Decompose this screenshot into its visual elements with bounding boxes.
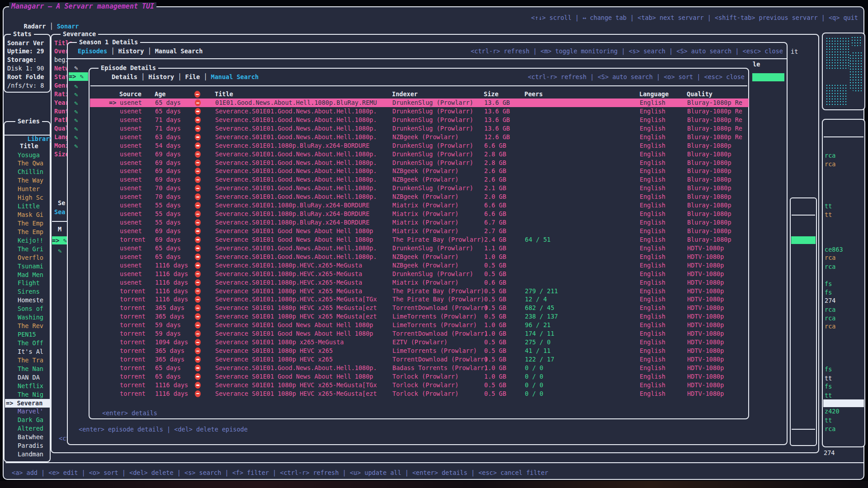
series-list-item[interactable]: PEN15 [18, 330, 36, 339]
series-list-item[interactable]: The Nig [18, 390, 43, 399]
series-list-item[interactable]: Netflix [18, 382, 43, 390]
series-list-item[interactable]: The Way [18, 176, 43, 185]
search-result-row[interactable]: usenet69 daysSeverance.S01E01.Good.News.… [90, 175, 749, 184]
cell-quality: HDTV-1080p [687, 287, 724, 296]
search-result-row[interactable]: usenet65 daysSeverance.S01E01.Good.News.… [90, 244, 749, 253]
search-result-row[interactable]: torrent1116 daysSeverance S01E01 1080p H… [90, 381, 749, 389]
search-result-row[interactable]: usenet70 daysSeverance.S01E01.Good.News.… [90, 184, 749, 192]
series-list-item[interactable]: Hunter [18, 185, 40, 193]
search-result-row[interactable]: torrent1116 daysSeverance.S01E01.1080p.H… [90, 295, 749, 304]
selected-season-row-clip[interactable]: => ✎ [52, 236, 68, 244]
series-list-item-selected[interactable]: => Severan [5, 399, 50, 408]
series-list-item[interactable]: Homeste [18, 296, 43, 305]
search-result-row[interactable]: usenet1116 daysSeverance.S01E01.1080p.HE… [90, 278, 749, 287]
series-list-item[interactable]: Paradis [18, 441, 43, 450]
monitored-icon[interactable]: ✎ [74, 99, 78, 108]
monitored-icon[interactable]: ✎ [74, 116, 78, 125]
series-list-item[interactable]: Washing [18, 313, 43, 322]
monitored-icon[interactable]: ✎ [74, 108, 78, 116]
search-result-row[interactable]: torrent365 daysSeverance S01E01 1080p HE… [90, 347, 749, 355]
search-result-row[interactable]: torrent69 daysSeverance S01E01 Good News… [90, 235, 749, 244]
series-list-item[interactable]: The Off [18, 339, 43, 347]
search-result-row[interactable]: usenet69 daysSeverance.S01E01.Good.News.… [90, 167, 749, 175]
series-list-item[interactable]: DAN DA [18, 373, 40, 382]
search-result-row[interactable]: usenet55 daysSeverance.S01E01.1080p.BluR… [90, 218, 749, 227]
search-result-row[interactable]: torrent1094 daysSeverance S01E01 1080p x… [90, 338, 749, 347]
search-result-row[interactable]: usenet1116 daysSeverance.S01E01.1080p.HE… [90, 261, 749, 270]
series-list-item[interactable]: The Rev [18, 322, 43, 330]
tab-library[interactable]: Library [28, 135, 53, 142]
tab-sonarr[interactable]: Sonarr [57, 23, 79, 30]
search-result-row[interactable]: usenet69 daysSeverance.S01E01.Good.News.… [90, 150, 749, 159]
series-list-item[interactable]: Yosuga [18, 151, 40, 160]
search-result-row[interactable]: usenet65 daysSeverance.S01E01.Good.News.… [90, 253, 749, 261]
search-result-row[interactable]: usenet71 daysSeverance.S01E01.Good.News.… [90, 124, 749, 133]
series-list-item[interactable]: Marvel' [18, 407, 43, 416]
monitored-icon[interactable]: ✎ [74, 90, 78, 99]
search-result-row[interactable]: usenet55 daysSeverance.S01E01.1080p.BluR… [90, 201, 749, 210]
monitored-icon[interactable]: ✎ [74, 82, 78, 91]
series-list-item[interactable]: Landman [18, 450, 43, 459]
search-result-row[interactable]: torrent59 daysSeverance S01E01 Good News… [90, 329, 749, 338]
series-list-item[interactable]: Overflo [18, 253, 43, 262]
tab-manual-search[interactable]: Manual Search [211, 73, 259, 80]
search-result-row[interactable]: usenet54 daysSeverance.S01E01.1080p.BluR… [90, 141, 749, 150]
series-list-item[interactable]: The Emp [18, 228, 43, 236]
stats-row: Uptime: 29 [7, 47, 44, 56]
search-result-row[interactable]: usenet69 daysSeverance S01E01 Good News … [90, 227, 749, 235]
search-result-row[interactable]: torrent365 daysSeverance S01E01 1080p HE… [90, 304, 749, 312]
monitored-icon[interactable]: ✎ [74, 125, 78, 133]
search-result-row[interactable]: torrent59 daysSeverance S01E01 Good News… [90, 321, 749, 329]
series-list-item[interactable]: Flight [18, 279, 40, 287]
series-list-item[interactable]: Sirens [18, 287, 40, 296]
tab-manual-search[interactable]: Manual Search [155, 47, 203, 55]
search-result-row[interactable]: torrent1116 daysSeverance S01E01 1080p H… [90, 287, 749, 296]
search-result-row[interactable]: usenet55 daysSeverance.S01E01.1080p.BluR… [90, 210, 749, 218]
series-list-item[interactable]: The Nan [18, 365, 43, 373]
tab-history[interactable]: History [118, 47, 144, 55]
series-list-item[interactable]: The Gri [18, 245, 43, 253]
series-list-item[interactable]: Mad Men [18, 271, 43, 279]
search-result-row[interactable]: usenet69 daysSeverance.S01E01.Good.News.… [90, 159, 749, 167]
search-result-row-selected[interactable]: =>usenet65 days01E01.Good.News.About.Hel… [90, 99, 749, 107]
series-list-item[interactable]: It's Al [18, 347, 43, 356]
series-list-item[interactable]: High Sc [18, 193, 43, 202]
series-list-item[interactable]: Mask Gi [18, 211, 43, 219]
series-list-item[interactable]: Sons of [18, 305, 43, 313]
tab-history[interactable]: History [148, 73, 174, 80]
series-list-item[interactable]: Dark Ga [18, 416, 43, 424]
search-result-row[interactable]: usenet70 daysSeverance.S01E01.Good.News.… [90, 192, 749, 201]
monitored-icon[interactable]: ✎ [74, 142, 78, 150]
series-list-item[interactable]: Altered [18, 424, 43, 433]
series-list-item[interactable]: Keijo!! [18, 236, 43, 245]
search-result-row[interactable]: usenet71 daysSeverance.S01E01.Good.News.… [90, 116, 749, 124]
cell-title: Severance.S01E01.1080p.BluRay.x264-BORDU… [215, 201, 369, 210]
tab-episodes[interactable]: Episodes [78, 47, 107, 55]
monitored-icon[interactable]: ✎ [58, 247, 61, 255]
cell-source: usenet [120, 184, 142, 192]
search-result-row[interactable]: torrent365 daysSeverance S01E01 1080p HE… [90, 312, 749, 321]
cell-source: usenet [120, 167, 142, 175]
search-result-row[interactable]: torrent65 daysSeverance S01E01 Good News… [90, 372, 749, 381]
series-list-item[interactable]: Little [18, 202, 40, 211]
monitored-icon[interactable]: ✎ [74, 133, 78, 142]
search-result-row[interactable]: usenet63 daysSeverance.S01E01.Good.News.… [90, 133, 749, 141]
search-result-row[interactable]: torrent1116 daysSeverance S01E01 1080p H… [90, 389, 749, 398]
search-result-row[interactable]: usenet1116 daysSeverance.S01E01.1080p.HE… [90, 270, 749, 278]
search-result-row[interactable]: torrent365 daysSeverance S01E01 1080p HE… [90, 355, 749, 364]
series-list-item[interactable]: Chillin [18, 168, 43, 176]
series-list-item[interactable]: The Tra [18, 356, 43, 365]
series-list-item[interactable]: The Qwa [18, 159, 43, 168]
tab-radarr[interactable]: Radarr [24, 23, 46, 30]
cell-size: 2.4 GB [484, 235, 506, 244]
series-list-item[interactable]: The Emp [18, 219, 43, 228]
series-list-item[interactable]: Tsunami [18, 262, 43, 271]
cell-age: 1116 days [155, 278, 188, 287]
tab-details[interactable]: Details [112, 73, 137, 80]
search-result-row[interactable]: torrent65 daysSeverance.S01E01.Good.News… [90, 364, 749, 372]
cell-language: English [640, 141, 665, 150]
selected-episode-row-clip[interactable]: => ✎ [69, 72, 88, 81]
tab-file[interactable]: File [185, 73, 200, 80]
search-result-row[interactable]: usenet65 daysSeverance.S01E01.Good.News.… [90, 107, 749, 116]
series-list-item[interactable]: Batwhee [18, 433, 43, 441]
